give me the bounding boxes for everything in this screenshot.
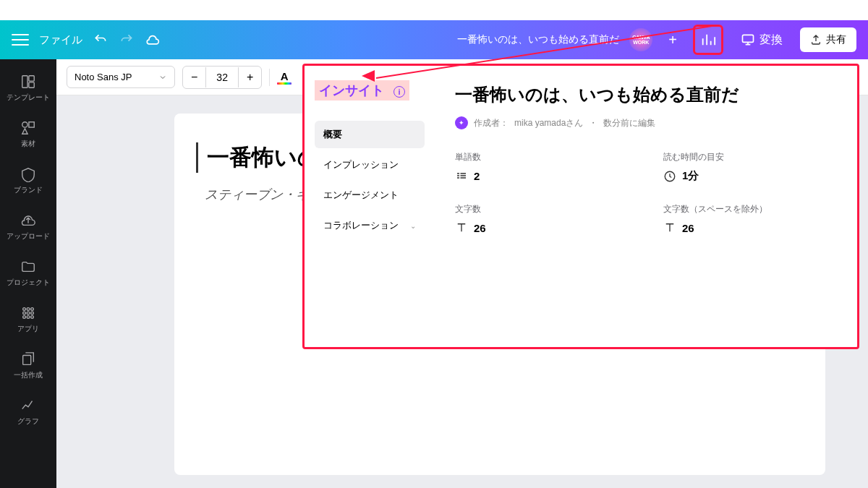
presentation-icon (741, 33, 755, 47)
file-menu[interactable]: ファイル (39, 33, 82, 47)
svg-point-7 (27, 308, 30, 311)
stat-readtime: 読む時間の目安 1分 (663, 151, 837, 183)
svg-rect-2 (29, 76, 34, 81)
svg-rect-1 (22, 76, 27, 88)
stat-words: 単語数 2 (455, 151, 629, 183)
nav-engagement[interactable]: エンゲージメント (315, 181, 425, 209)
convert-button[interactable]: 変換 (733, 28, 790, 52)
sidebar-item-brand[interactable]: ブランド (0, 158, 56, 204)
insight-heading: 一番怖いのは、いつも始める直前だ (455, 83, 837, 106)
svg-rect-3 (29, 82, 34, 87)
font-size-value[interactable]: 32 (205, 67, 239, 87)
svg-point-9 (23, 312, 26, 314)
chevron-down-icon (158, 73, 167, 82)
sidebar-item-elements[interactable]: 素材 (0, 111, 56, 158)
nav-impressions[interactable]: インプレッション (315, 151, 425, 179)
font-select[interactable]: Noto Sans JP (67, 66, 175, 88)
clock-icon (663, 170, 676, 183)
annotation-arrow-head (362, 70, 375, 82)
author-prefix: 作成者： (474, 117, 509, 129)
chevron-down-icon: ⌄ (410, 222, 416, 230)
menu-icon[interactable] (12, 31, 29, 48)
decrease-size-button[interactable]: − (183, 67, 205, 88)
author-name: mika yamadaさん (514, 117, 583, 129)
insight-title: インサイト i (315, 80, 409, 100)
svg-point-8 (31, 308, 34, 311)
cloud-icon[interactable] (145, 32, 161, 48)
svg-point-4 (22, 122, 27, 127)
undo-icon[interactable] (93, 32, 109, 48)
list-icon (455, 169, 468, 182)
upload-icon (810, 34, 822, 46)
svg-point-11 (31, 312, 34, 314)
sidebar-item-projects[interactable]: プロジェクト (0, 250, 56, 296)
svg-point-10 (27, 312, 30, 314)
share-label: 共有 (826, 33, 846, 46)
nav-overview[interactable]: 概要 (315, 121, 425, 148)
text-icon (455, 221, 468, 234)
insight-meta: ✦ 作成者： mika yamadaさん ・ 数分前に編集 (455, 116, 837, 129)
svg-point-12 (23, 316, 26, 319)
info-icon[interactable]: i (393, 86, 405, 98)
svg-rect-15 (23, 356, 31, 365)
insight-nav: 概要 インプレッション エンゲージメント コラボレーション⌄ (315, 121, 425, 239)
sidebar-item-upload[interactable]: アップロード (0, 204, 56, 250)
insight-panel: インサイト i 概要 インプレッション エンゲージメント コラボレーション⌄ 一… (302, 64, 859, 349)
redo-icon[interactable] (119, 32, 135, 48)
stat-chars: 文字数 26 (455, 203, 629, 234)
svg-rect-5 (29, 122, 34, 127)
svg-point-6 (23, 308, 26, 311)
increase-size-button[interactable]: + (239, 67, 261, 88)
author-avatar-icon: ✦ (455, 116, 468, 129)
sidebar-item-templates[interactable]: テンプレート (0, 65, 56, 111)
font-size-group: − 32 + (182, 66, 262, 89)
sidebar-item-bulk[interactable]: 一括作成 (0, 343, 56, 389)
share-button[interactable]: 共有 (800, 27, 856, 52)
analytics-button[interactable] (693, 25, 723, 55)
sidebar-item-apps[interactable]: アプリ (0, 296, 56, 343)
sidebar-item-charts[interactable]: グラフ (0, 389, 56, 435)
svg-rect-0 (743, 35, 754, 42)
convert-label: 変換 (760, 33, 783, 48)
edited-time: 数分前に編集 (603, 117, 655, 129)
brand-badge[interactable]: CANVA WORK (629, 28, 652, 51)
text-color-button[interactable]: A (277, 70, 292, 85)
stat-chars-nospace: 文字数（スペースを除外） 26 (663, 203, 837, 234)
top-bar: ファイル 一番怖いのは、いつも始める直前だ CANVA WORK + 変換 共有 (0, 20, 868, 59)
text-icon (663, 221, 676, 234)
svg-point-13 (27, 316, 30, 319)
nav-collaboration[interactable]: コラボレーション⌄ (315, 212, 425, 239)
left-sidebar: テンプレート 素材 ブランド アップロード プロジェクト アプリ 一括作成 グラ… (0, 59, 56, 488)
svg-point-14 (31, 316, 34, 319)
